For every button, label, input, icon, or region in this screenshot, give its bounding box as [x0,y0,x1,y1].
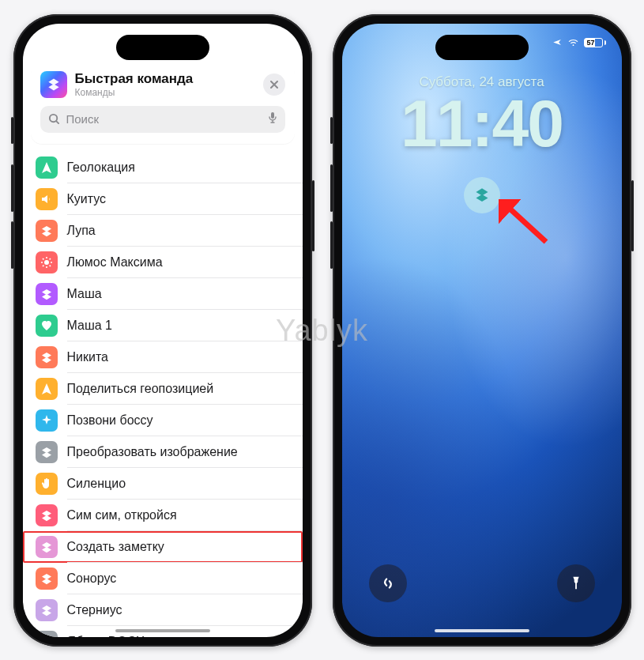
shortcut-row[interactable]: Люмос Максима [23,247,303,278]
wifi-icon [567,38,579,47]
shortcut-icon [36,599,58,621]
search-icon [48,113,60,125]
shazam-button[interactable] [369,564,407,602]
mic-icon[interactable] [268,111,277,126]
shortcut-row[interactable]: Маша 1 [23,310,303,341]
speaker-icon [36,188,58,210]
shortcut-row[interactable]: Силенцио [23,468,303,500]
shortcut-icon [36,283,58,305]
sparkle-icon [36,409,58,432]
shortcut-label: Поделиться геопозицией [67,382,214,396]
power-button [312,180,314,251]
battery-indicator: 57 [584,38,606,47]
close-button[interactable] [263,74,285,96]
location-icon [36,378,58,400]
shortcut-label: Геолокация [67,160,135,175]
shortcut-row[interactable]: Никита [23,341,303,373]
lockscreen-widget-shortcut[interactable] [464,177,500,213]
heart-icon [36,315,58,337]
flashlight-button[interactable] [557,564,595,602]
shortcut-row[interactable]: Геолокация [23,152,303,183]
shortcut-row[interactable]: Лупа [23,215,303,247]
location-icon [36,157,58,179]
status-bar: 57 [552,38,606,47]
shortcut-row[interactable]: Преобразовать изображение [23,436,303,468]
svg-rect-1 [271,112,274,119]
shortcut-label: Маша 1 [67,319,112,333]
home-indicator [115,629,210,632]
shortcut-label: Никита [67,350,108,364]
search-field[interactable] [40,106,285,133]
screen-shortcuts: Быстрая команда Команды ГеолокацияКуитус… [23,24,303,637]
sun-icon [36,251,58,273]
phone-left: Быстрая команда Команды ГеолокацияКуитус… [13,14,312,647]
shortcut-label: Позвони боссу [67,413,153,428]
volume-down-button [330,221,333,269]
annotation-arrow [499,199,554,250]
shortcut-label: Лупа [67,224,96,238]
svg-line-2 [508,207,546,242]
shortcuts-list: ГеолокацияКуитусЛупаЛюмос МаксимаМашаМаш… [23,152,303,637]
shortcut-label: Создать заметку [67,540,164,554]
shortcut-icon [36,441,58,463]
shortcut-label: Яблык DOCX [67,635,145,637]
shortcut-row[interactable]: Поделиться геопозицией [23,373,303,405]
side-button [11,117,13,144]
header-title: Быстрая команда [75,71,255,87]
header-subtitle: Команды [75,87,255,98]
shortcut-label: Сим сим, откройся [67,508,177,522]
shortcut-row[interactable]: Стерниус [23,594,303,626]
shortcut-icon [36,631,58,637]
hand-icon [36,473,58,495]
dynamic-island [435,35,529,60]
shortcut-label: Куитус [67,192,107,206]
side-button [330,117,333,144]
volume-up-button [330,164,333,212]
phone-right: 57 Суббота, 24 августа 11:40 [333,14,631,647]
shortcut-icon [36,220,58,242]
shortcut-icon [36,568,58,590]
power-button [631,180,634,251]
shortcut-icon [36,504,58,526]
search-input[interactable] [66,112,262,126]
shortcut-row[interactable]: Маша [23,278,303,310]
shortcut-label: Сонорус [67,571,117,586]
lockscreen-time: 11:40 [342,85,622,162]
shortcut-label: Силенцио [67,477,126,491]
shortcut-label: Люмос Максима [67,255,163,270]
shortcut-icon [36,346,58,368]
shortcut-label: Маша [67,287,102,301]
volume-up-button [11,164,13,212]
dynamic-island [116,35,209,60]
screen-lockscreen: 57 Суббота, 24 августа 11:40 [342,24,622,637]
shortcut-row[interactable]: Создать заметку [23,531,303,563]
shortcuts-app-icon [40,71,67,98]
shortcut-icon [36,536,58,558]
volume-down-button [11,221,13,269]
header-card: Быстрая команда Команды [31,63,295,144]
shortcut-row[interactable]: Сонорус [23,563,303,594]
shortcut-label: Стерниус [67,603,122,617]
airplane-icon [552,38,563,47]
shortcut-row[interactable]: Позвони боссу [23,405,303,436]
home-indicator [435,629,529,632]
shortcut-label: Преобразовать изображение [67,445,238,459]
shortcut-row[interactable]: Куитус [23,183,303,215]
shortcut-row[interactable]: Сим сим, откройся [23,500,303,531]
